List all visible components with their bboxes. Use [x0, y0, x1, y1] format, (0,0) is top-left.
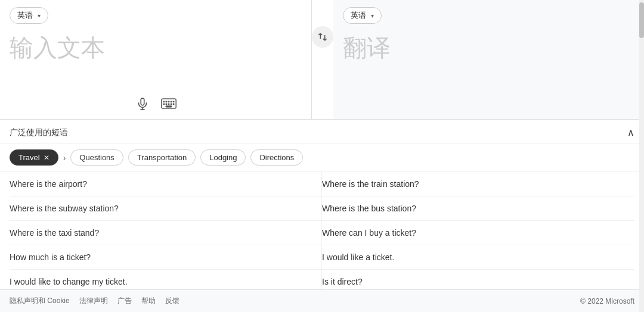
footer-privacy[interactable]: 隐私声明和 Cookie — [10, 296, 70, 306]
svg-point-8 — [171, 101, 172, 102]
output-text-area: 翻译 — [343, 29, 635, 112]
tab-transportation[interactable]: Transportation — [128, 149, 196, 166]
phrase-item[interactable]: I would like to change my ticket. — [10, 270, 322, 289]
input-toolbar — [10, 91, 302, 112]
tab-lodging[interactable]: Lodging — [200, 149, 246, 166]
category-tabs: Travel ✕ › Questions Transportation Lodg… — [0, 143, 644, 172]
keyboard-icon[interactable] — [160, 95, 177, 112]
scrollbar-thumb[interactable] — [639, 2, 644, 38]
svg-point-5 — [163, 101, 165, 102]
footer-copyright: © 2022 Microsoft — [580, 297, 634, 305]
phrases-title: 广泛使用的短语 — [10, 127, 68, 138]
input-lang-selector[interactable]: 英语 ▾ — [10, 7, 48, 24]
svg-rect-0 — [141, 98, 144, 105]
svg-point-13 — [171, 104, 172, 105]
phrase-item[interactable]: Where is the train station? — [322, 172, 634, 196]
phrase-item[interactable]: Where is the bus station? — [322, 196, 634, 221]
input-text-area[interactable]: 输入文本 — [10, 29, 302, 91]
output-lang-chevron: ▾ — [371, 13, 374, 19]
svg-rect-15 — [166, 106, 172, 107]
phrases-section: 广泛使用的短语 ∧ Travel ✕ › Questions Transport… — [0, 120, 644, 289]
footer-feedback[interactable]: 反馈 — [165, 296, 179, 306]
input-lang-label: 英语 — [17, 10, 33, 21]
phrase-item[interactable]: Where is the subway station? — [10, 196, 322, 221]
phrase-item[interactable]: Where is the taxi stand? — [10, 221, 322, 245]
collapse-button[interactable]: ∧ — [627, 127, 634, 138]
phrase-item[interactable]: Is it direct? — [322, 270, 634, 289]
svg-point-6 — [166, 101, 167, 102]
phrase-item[interactable]: Where is the airport? — [10, 172, 322, 196]
output-lang-selector[interactable]: 英语 ▾ — [343, 7, 382, 24]
footer-legal[interactable]: 法律声明 — [79, 296, 108, 306]
footer: 隐私声明和 Cookie 法律声明 广告 帮助 反馈 © 2022 Micros… — [0, 289, 644, 312]
tab-questions[interactable]: Questions — [70, 149, 123, 166]
tab-travel[interactable]: Travel ✕ — [10, 149, 58, 166]
footer-ads[interactable]: 广告 — [117, 296, 132, 306]
translator-section: 英语 ▾ 输入文本 — [0, 0, 644, 120]
phrase-item[interactable]: Where can I buy a ticket? — [322, 221, 634, 245]
swap-area — [312, 0, 333, 119]
svg-point-10 — [163, 104, 165, 105]
close-travel-icon[interactable]: ✕ — [44, 154, 49, 162]
input-lang-chevron: ▾ — [38, 13, 41, 19]
tab-transportation-label: Transportation — [137, 153, 187, 162]
tab-travel-label: Travel — [18, 153, 40, 162]
footer-help[interactable]: 帮助 — [141, 296, 156, 306]
tab-questions-label: Questions — [79, 153, 114, 162]
output-lang-label: 英语 — [351, 10, 366, 21]
chevron-right-icon: › — [63, 153, 66, 163]
phrase-item[interactable]: I would like a ticket. — [322, 245, 634, 270]
tab-directions[interactable]: Directions — [250, 149, 303, 166]
svg-point-7 — [168, 101, 169, 102]
output-panel: 英语 ▾ 翻译 — [333, 0, 645, 119]
phrase-item[interactable]: How much is a ticket? — [10, 245, 322, 270]
tab-directions-label: Directions — [259, 153, 294, 162]
svg-point-12 — [168, 104, 169, 105]
svg-point-9 — [173, 101, 174, 102]
swap-button[interactable] — [312, 26, 333, 48]
input-panel: 英语 ▾ 输入文本 — [0, 0, 312, 119]
mic-icon[interactable] — [134, 95, 151, 112]
svg-point-11 — [166, 104, 167, 105]
phrases-header: 广泛使用的短语 ∧ — [0, 120, 644, 143]
main-container: 英语 ▾ 输入文本 — [0, 0, 644, 312]
footer-links: 隐私声明和 Cookie 法律声明 广告 帮助 反馈 — [10, 296, 179, 306]
tab-lodging-label: Lodging — [209, 153, 237, 162]
scrollbar-track[interactable] — [639, 0, 644, 312]
svg-point-14 — [173, 104, 174, 105]
phrases-grid: Where is the airport? Where is the train… — [0, 172, 644, 289]
